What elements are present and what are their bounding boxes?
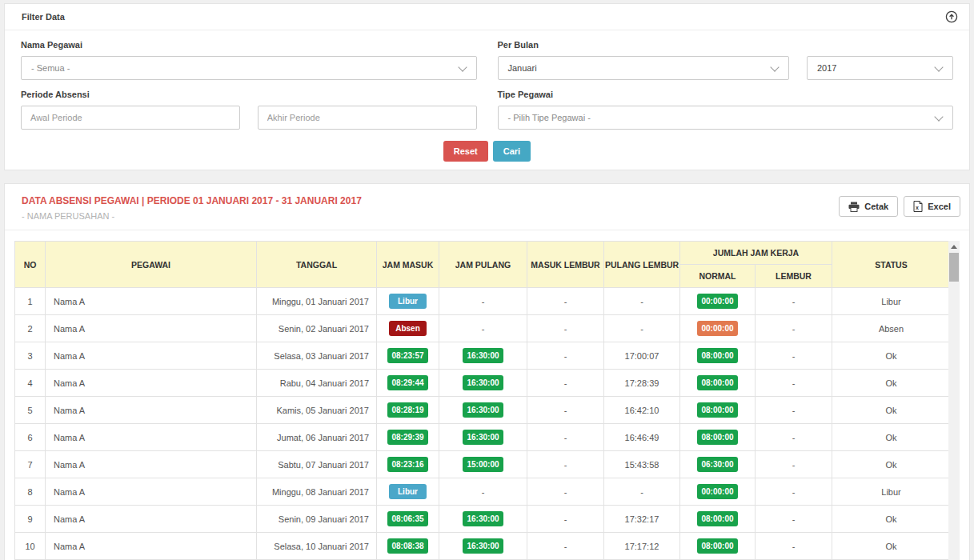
scrollbar-thumb[interactable]	[949, 253, 959, 282]
cell-jam-masuk: 08:08:38	[377, 533, 439, 560]
cell-lembur: -	[756, 342, 832, 370]
header-jumlah-jam-kerja: JUMLAH JAM KERJA	[680, 242, 832, 265]
header-no: NO	[15, 242, 46, 288]
status-badge: 00:00:00	[697, 294, 737, 309]
filter-panel-body: Nama Pegawai - Semua - Per Bulan Januari…	[5, 30, 969, 170]
bulan-select[interactable]: Januari	[498, 56, 789, 80]
cell-pegawai: Nama A	[46, 506, 257, 533]
table-row: 3Nama ASelasa, 03 Januari 201708:23:5716…	[15, 342, 951, 370]
cell-status: Ok	[832, 533, 951, 560]
cell-status: Libur	[832, 288, 951, 315]
cell-status: Ok	[832, 424, 951, 451]
status-badge: 16:30:00	[463, 511, 503, 526]
cell-normal: 08:00:00	[680, 370, 756, 397]
cell-tanggal: Senin, 09 Januari 2017	[257, 506, 377, 533]
cell-jam-pulang: 16:30:00	[439, 397, 527, 424]
attendance-table-body: 1Nama AMinggu, 01 Januari 2017Libur---00…	[15, 288, 951, 560]
status-badge: 08:08:38	[387, 538, 427, 554]
periode-absensi-field: Periode Absensi	[21, 90, 477, 130]
filter-panel: Filter Data Nama Pegawai - Semua -	[4, 3, 970, 170]
cell-jam-masuk: Absen	[377, 315, 439, 342]
cell-lembur: -	[756, 288, 832, 315]
cell-pegawai: Nama A	[46, 451, 257, 478]
status-badge: 08:23:57	[387, 348, 427, 363]
cell-normal: 00:00:00	[680, 478, 756, 506]
excel-button[interactable]: x Excel	[904, 196, 960, 217]
cell-pegawai: Nama A	[46, 533, 257, 560]
filter-panel-title: Filter Data	[22, 12, 65, 22]
header-masuk-lembur: MASUK LEMBUR	[527, 242, 604, 288]
cell-no: 2	[15, 315, 46, 342]
cell-jam-pulang: 16:30:00	[439, 424, 527, 451]
excel-file-icon: x	[913, 201, 923, 212]
scrollbar-arrow-up-icon[interactable]	[948, 241, 960, 252]
cell-tanggal: Rabu, 04 Januari 2017	[257, 370, 377, 397]
cell-jam-pulang: -	[439, 315, 527, 342]
header-status: STATUS	[832, 242, 951, 288]
cell-masuk-lembur: -	[527, 370, 604, 397]
status-badge: 08:29:39	[387, 430, 427, 445]
cell-jam-masuk: Libur	[377, 288, 439, 315]
cell-pegawai: Nama A	[46, 397, 257, 424]
status-badge: 08:00:00	[697, 402, 737, 418]
cell-masuk-lembur: -	[527, 478, 604, 506]
header-jam-masuk: JAM MASUK	[377, 242, 439, 288]
chevron-down-icon	[934, 62, 943, 71]
cell-pegawai: Nama A	[46, 370, 257, 397]
per-bulan-field: Per Bulan Januari 2017	[498, 40, 954, 80]
tipe-pegawai-field: Tipe Pegawai - Pilih Tipe Pegawai -	[498, 90, 954, 130]
cari-button[interactable]: Cari	[493, 141, 531, 162]
cetak-button[interactable]: Cetak	[839, 196, 898, 217]
status-badge: 08:29:44	[387, 375, 427, 390]
status-badge: 15:00:00	[463, 457, 503, 472]
table-row: 1Nama AMinggu, 01 Januari 2017Libur---00…	[15, 288, 951, 315]
table-row: 2Nama ASenin, 02 Januari 2017Absen---00:…	[15, 315, 951, 342]
nama-pegawai-label: Nama Pegawai	[21, 40, 477, 50]
cell-jam-masuk: 08:28:19	[377, 397, 439, 424]
tipe-pegawai-select[interactable]: - Pilih Tipe Pegawai -	[498, 106, 954, 130]
cell-lembur: -	[756, 397, 832, 424]
table-row: 10Nama ASelasa, 10 Januari 201708:08:381…	[15, 533, 951, 560]
tahun-select[interactable]: 2017	[807, 56, 953, 80]
cell-status: Ok	[832, 370, 951, 397]
attendance-table-head: NO PEGAWAI TANGGAL JAM MASUK JAM PULANG …	[15, 242, 951, 288]
cell-no: 4	[15, 370, 46, 397]
cell-lembur: -	[756, 315, 832, 342]
cell-masuk-lembur: -	[527, 533, 604, 560]
status-badge: 08:00:00	[697, 538, 737, 554]
cell-tanggal: Sabtu, 07 Januari 2017	[257, 451, 377, 478]
header-jam-pulang: JAM PULANG	[439, 242, 527, 288]
reset-button[interactable]: Reset	[443, 141, 488, 162]
cell-tanggal: Minggu, 01 Januari 2017	[257, 288, 377, 315]
cell-status: Ok	[832, 397, 951, 424]
awal-periode-input[interactable]	[21, 106, 240, 130]
cell-jam-masuk: 08:29:39	[377, 424, 439, 451]
cell-status: Absen	[832, 315, 951, 342]
report-title: DATA ABSENSI PEGAWAI | PERIODE 01 JANUAR…	[22, 195, 960, 206]
status-badge: 08:28:19	[387, 402, 427, 418]
nama-pegawai-select[interactable]: - Semua -	[21, 56, 477, 80]
cell-tanggal: Kamis, 05 Januari 2017	[257, 397, 377, 424]
cell-jam-pulang: 16:30:00	[439, 370, 527, 397]
cell-jam-pulang: -	[439, 288, 527, 315]
cell-tanggal: Jumat, 06 Januari 2017	[257, 424, 377, 451]
cell-no: 5	[15, 397, 46, 424]
cell-jam-pulang: 15:00:00	[439, 451, 527, 478]
cell-status: Libur	[832, 478, 951, 506]
akhir-periode-input[interactable]	[258, 106, 477, 130]
cell-jam-pulang: 16:30:00	[439, 506, 527, 533]
tipe-pegawai-selected-value: - Pilih Tipe Pegawai -	[508, 113, 591, 122]
header-normal: NORMAL	[680, 265, 756, 288]
cell-pulang-lembur: 17:00:07	[604, 342, 680, 370]
collapse-panel-button[interactable]	[945, 10, 958, 23]
status-badge: Libur	[389, 294, 427, 309]
cell-jam-masuk: 08:29:44	[377, 370, 439, 397]
cell-normal: 06:30:00	[680, 451, 756, 478]
status-badge: 08:00:00	[697, 348, 737, 363]
status-badge: 00:00:00	[697, 484, 737, 499]
attendance-table: NO PEGAWAI TANGGAL JAM MASUK JAM PULANG …	[14, 241, 951, 560]
cell-masuk-lembur: -	[527, 288, 604, 315]
status-badge: Absen	[389, 321, 427, 336]
table-scrollbar[interactable]	[948, 241, 960, 560]
cell-pegawai: Nama A	[46, 424, 257, 451]
